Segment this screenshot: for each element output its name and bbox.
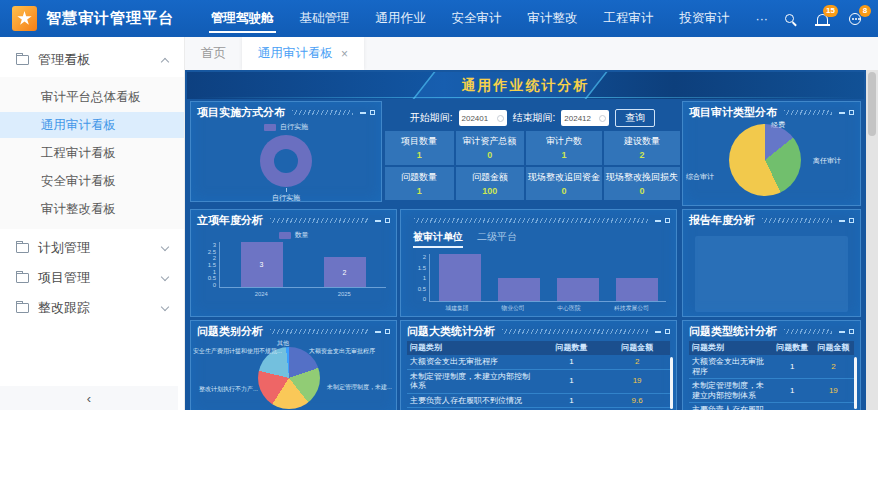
nav-item[interactable]: 工程审计 xyxy=(591,0,667,37)
sidebar-item[interactable]: 审计平台总体看板 xyxy=(0,84,184,110)
panel-issue-major-table: 问题大类统计分析 问题类别问题数量问题金额大额资金支出无审批程序12未制定管理制… xyxy=(400,320,677,410)
panel-maximize-icon[interactable] xyxy=(665,329,670,334)
sidebar-item[interactable]: 安全审计看板 xyxy=(0,168,184,194)
panel-minimize-icon[interactable] xyxy=(655,331,661,333)
sidebar-section[interactable]: 计划管理 xyxy=(0,233,184,263)
panel-minimize-icon[interactable] xyxy=(655,220,661,222)
stat-card[interactable]: 审计户数1 xyxy=(526,131,602,165)
panel-title: 问题类别分析 xyxy=(197,324,263,339)
sidebar: 管理看板审计平台总体看板通用审计看板工程审计看板安全审计看板审计整改看板计划管理… xyxy=(0,37,185,410)
panel-minimize-icon[interactable] xyxy=(839,331,845,333)
table-row: 主要负责人存在履职不到位情况19.6 xyxy=(689,403,854,410)
panel-minimize-icon[interactable] xyxy=(839,220,845,222)
sidebar-section[interactable]: 项目管理 xyxy=(0,263,184,293)
nav-item[interactable]: 审计整改 xyxy=(515,0,591,37)
panel-hatch-decor xyxy=(270,329,368,334)
table-row: 大额资金支出无审批程序12 xyxy=(407,355,670,370)
stat-card[interactable]: 建设数量2 xyxy=(604,131,680,165)
nav-item[interactable]: 投资审计 xyxy=(667,0,743,37)
messages-icon[interactable]: 8 xyxy=(847,11,863,27)
stat-card-grid: 项目数量1审计资产总额0审计户数1建设数量2问题数量1问题金额100现场整改追回… xyxy=(385,131,680,200)
bar xyxy=(616,278,658,302)
folder-icon xyxy=(16,303,29,313)
panel-maximize-icon[interactable] xyxy=(849,329,854,334)
bar-chart: 21.510.50城建集团物业公司中心医院科技发展公司 xyxy=(401,252,676,313)
panel-title: 问题大类统计分析 xyxy=(407,324,495,339)
tab[interactable]: 通用审计看板× xyxy=(242,37,364,70)
table-row: 整改计划执行不力产生120 xyxy=(407,408,670,410)
stat-card[interactable]: 问题数量1 xyxy=(385,167,454,201)
bar: 2 xyxy=(324,257,366,287)
legend-swatch xyxy=(264,124,276,131)
donut-slice-label: 自行实施 xyxy=(191,188,381,202)
panel-title: 项目实施方式分布 xyxy=(197,105,285,120)
stat-card[interactable]: 现场整改追回资金0 xyxy=(526,167,602,201)
panel-maximize-icon[interactable] xyxy=(849,218,854,223)
panel-issue-category: 问题类别分析 其他 大额资金支出无审批程序 未制定管理制度，未建... 整改计划… xyxy=(190,320,397,410)
stat-card[interactable]: 问题金额100 xyxy=(456,167,525,201)
sidebar-item[interactable]: 通用审计看板 xyxy=(0,112,184,138)
pie-chart-area: 其他 大额资金支出无审批程序 未制定管理制度，未建... 整改计划执行不力产..… xyxy=(191,339,396,410)
sidebar-section[interactable]: 整改跟踪 xyxy=(0,293,184,323)
stat-card[interactable]: 审计资产总额0 xyxy=(456,131,525,165)
folder-icon xyxy=(16,273,29,283)
table-scrollbar[interactable] xyxy=(670,357,673,409)
tab-second-platform[interactable]: 二级平台 xyxy=(477,230,517,248)
sidebar-item[interactable]: 审计整改看板 xyxy=(0,196,184,222)
panel-maximize-icon[interactable] xyxy=(665,218,670,223)
header-actions: 15 8 admin ▼ xyxy=(781,10,878,28)
panel-maximize-icon[interactable] xyxy=(385,329,390,334)
nav-item[interactable]: 通用作业 xyxy=(363,0,439,37)
scrollbar-thumb[interactable] xyxy=(868,72,876,136)
sidebar-section[interactable]: 管理看板 xyxy=(0,45,184,75)
panel-minimize-icon[interactable] xyxy=(839,112,845,114)
clear-icon[interactable] xyxy=(599,115,606,122)
app-title: 智慧审计管理平台 xyxy=(46,9,174,28)
table-scrollbar[interactable] xyxy=(854,357,857,409)
clear-icon[interactable] xyxy=(497,115,504,122)
panel-maximize-icon[interactable] xyxy=(849,110,854,115)
end-period-label: 结束期间: xyxy=(513,111,556,125)
tab[interactable]: 首页 xyxy=(185,37,242,70)
stat-card[interactable]: 现场整改挽回损失0 xyxy=(604,167,680,201)
table-row: 未制定管理制度，未建立内部控制体系119 xyxy=(407,370,670,394)
sidebar-item[interactable]: 工程审计看板 xyxy=(0,140,184,166)
donut-chart xyxy=(260,135,312,187)
search-button[interactable]: 查询 xyxy=(615,109,655,127)
nav-item[interactable]: 管理驾驶舱 xyxy=(198,0,287,37)
folder-icon xyxy=(16,243,29,253)
table-row: 主要负责人存在履职不到位情况19.6 xyxy=(407,394,670,409)
dashboard-banner: 通用作业统计分析 xyxy=(187,72,864,99)
panel-maximize-icon[interactable] xyxy=(385,218,390,223)
panel-hatch-decor xyxy=(292,110,353,115)
data-table: 问题类别问题数量问题金额大额资金支出无审批程序12未制定管理制度，未建立内部控制… xyxy=(689,341,854,410)
panel-minimize-icon[interactable] xyxy=(360,112,366,114)
panel-audit-type: 项目审计类型分布 经费 离任审计 综合审计 xyxy=(682,101,861,206)
tab-audited-unit[interactable]: 被审计单位 xyxy=(413,230,463,248)
panel-maximize-icon[interactable] xyxy=(370,110,375,115)
panel-minimize-icon[interactable] xyxy=(375,220,381,222)
nav-item[interactable]: 基础管理 xyxy=(287,0,363,37)
search-icon[interactable] xyxy=(781,11,797,27)
close-icon[interactable]: × xyxy=(341,47,348,61)
stat-card[interactable]: 项目数量1 xyxy=(385,131,454,165)
start-period-label: 开始期间: xyxy=(410,111,453,125)
panel-hatch-decor xyxy=(784,110,832,115)
pie-label: 大额资金支出无审批程序 xyxy=(309,347,375,356)
dashboard-scrollbar[interactable] xyxy=(866,70,878,410)
pie-chart xyxy=(258,347,320,409)
sidebar-collapse-button[interactable]: ‹ xyxy=(0,386,178,410)
nav-item[interactable]: ··· xyxy=(743,0,782,37)
end-period-input[interactable]: 202412 xyxy=(561,110,609,126)
panel-project-year: 立项年度分析 数量 32.521.510.503220242025 xyxy=(190,209,397,317)
message-badge: 8 xyxy=(859,5,871,17)
nav-item[interactable]: 安全审计 xyxy=(439,0,515,37)
pie-label: 安全生产费用计提和使用不规范... xyxy=(193,347,282,356)
start-period-input[interactable]: 202401 xyxy=(459,110,507,126)
app-window: 智慧审计管理平台 管理驾驶舱基础管理通用作业安全审计审计整改工程审计投资审计··… xyxy=(0,0,878,492)
notification-badge: 15 xyxy=(823,5,838,17)
notifications-bell-icon[interactable]: 15 xyxy=(814,11,830,27)
panel-minimize-icon[interactable] xyxy=(375,331,381,333)
table-row: 未制定管理制度，未建立内部控制体系119 xyxy=(689,379,854,403)
chevron-up-icon xyxy=(161,57,169,65)
